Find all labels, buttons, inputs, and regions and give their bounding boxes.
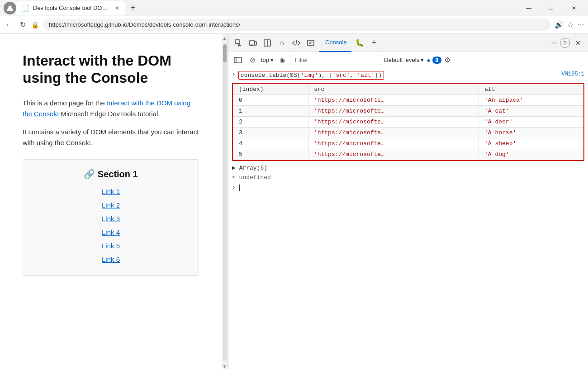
section-link-1[interactable]: Link 1 <box>32 185 190 199</box>
selector-fn: $$ <box>290 72 297 79</box>
comma: , <box>350 72 357 79</box>
console-tab-icon[interactable] <box>304 37 317 49</box>
table-row: 0'https://microsofte…'An alpaca' <box>233 95 583 106</box>
scroll-thumb[interactable] <box>223 44 227 62</box>
array-text: Array(6) <box>239 165 267 171</box>
cell-index-4: 4 <box>233 138 308 149</box>
scroll-track <box>223 44 227 360</box>
top-label: top <box>261 57 269 63</box>
browser-tab[interactable]: 📄 DevTools Console tool DOM inte ✕ <box>16 1 125 15</box>
console-toolbar: ⊘ top ▾ ◉ Default levels ▾ ● 8 ⚙ <box>228 52 588 68</box>
table-row: 5'https://microsofte…'A dog' <box>233 149 583 160</box>
cell-src-3: 'https://microsofte… <box>308 128 479 138</box>
tab-page-icon: 📄 <box>22 5 29 12</box>
svg-rect-11 <box>234 57 242 63</box>
filter-input[interactable] <box>291 55 381 65</box>
input-prompt: › <box>232 71 236 78</box>
code-icon[interactable] <box>290 37 303 49</box>
section-link-5[interactable]: Link 5 <box>32 239 190 253</box>
help-icon[interactable]: ? <box>560 38 570 48</box>
bug-icon[interactable]: 🐛 <box>353 37 366 49</box>
toggle-panel-icon[interactable] <box>261 37 274 49</box>
section-link-4[interactable]: Link 4 <box>32 226 190 239</box>
desc-text-1: This is a demo page for the <box>23 99 107 107</box>
clear-console-icon[interactable]: ⊘ <box>247 54 258 66</box>
tab-bar: 📄 DevTools Console tool DOM inte ✕ + <box>16 1 518 15</box>
console-table-wrapper: (index) src alt 0'https://microsofte…'An… <box>232 83 584 161</box>
maximize-button[interactable]: □ <box>541 1 562 15</box>
favorites-icon[interactable]: ☆ <box>567 20 574 29</box>
back-button[interactable]: ← <box>4 19 14 31</box>
scroll-divider: ▲ ▼ <box>222 34 228 369</box>
section-link-6[interactable]: Link 6 <box>32 253 190 266</box>
page-desc-2: It contains a variety of DOM elements th… <box>23 127 199 148</box>
log-levels-selector[interactable]: Default levels ▾ <box>384 57 424 63</box>
eye-icon[interactable]: ◉ <box>276 54 288 66</box>
console-input-entry: › console.table($$('img'), ['src', 'alt'… <box>228 70 588 81</box>
console-table: (index) src alt 0'https://microsofte…'An… <box>233 84 583 160</box>
close-devtools-icon[interactable]: ✕ <box>572 37 584 49</box>
cell-src-2: 'https://microsofte… <box>308 117 479 128</box>
message-count-area: ● 8 <box>427 57 441 64</box>
add-tool-icon[interactable]: + <box>368 37 380 49</box>
fn-name: console.table( <box>241 72 290 79</box>
console-code-line: console.table($$('img'), ['src', 'alt']) <box>238 71 384 80</box>
cell-index-2: 2 <box>233 117 308 128</box>
message-count-badge: 8 <box>432 57 442 64</box>
devtools-panel: ⌂ Console 🐛 + <box>228 34 588 369</box>
cell-alt-4: 'A sheep' <box>479 138 583 149</box>
device-toolbar-icon[interactable] <box>247 37 259 49</box>
sidebar-toggle-icon[interactable] <box>232 54 244 66</box>
table-row: 3'https://microsofte…'A horse' <box>233 128 583 138</box>
undefined-text: < undefined <box>232 174 271 181</box>
devtools-toolbar: ⌂ Console 🐛 + <box>228 34 588 52</box>
array-expand-line[interactable]: ▶ Array(6) <box>228 163 588 173</box>
context-selector[interactable]: top ▾ <box>261 57 274 63</box>
cell-index-0: 0 <box>233 95 308 106</box>
svg-rect-8 <box>308 40 314 46</box>
address-bar: ← ↻ 🔒 🔊 ☆ ⋯ <box>0 16 588 34</box>
table-row: 4'https://microsofte…'A sheep' <box>233 138 583 149</box>
console-tab[interactable]: Console <box>319 34 351 52</box>
tab-title: DevTools Console tool DOM inte <box>33 5 109 11</box>
lock-icon: 🔒 <box>31 21 39 28</box>
settings-icon[interactable]: ⚙ <box>444 56 450 64</box>
table-header-alt: alt <box>479 84 583 95</box>
section-link-3[interactable]: Link 3 <box>32 212 190 226</box>
webpage-content: Interact with the DOM using the Console … <box>0 34 222 369</box>
console-input-line[interactable]: › <box>228 182 588 193</box>
cell-alt-2: 'A deer' <box>479 117 583 128</box>
cell-src-0: 'https://microsofte… <box>308 95 479 106</box>
console-output: › console.table($$('img'), ['src', 'alt'… <box>228 68 588 369</box>
minimize-button[interactable]: — <box>518 1 539 15</box>
console-tab-label: Console <box>325 39 347 46</box>
scroll-up-arrow[interactable]: ▲ <box>223 36 227 41</box>
inspect-element-icon[interactable] <box>232 37 245 49</box>
title-bar-left <box>4 2 16 14</box>
cell-alt-5: 'A dog' <box>479 149 583 160</box>
context-dropdown-arrow: ▾ <box>270 57 274 63</box>
new-tab-button[interactable]: + <box>128 3 138 13</box>
read-aloud-icon[interactable]: 🔊 <box>555 20 564 29</box>
close-button[interactable]: ✕ <box>564 1 584 15</box>
section-link-2[interactable]: Link 2 <box>32 199 190 212</box>
alt-str: 'alt' <box>357 72 375 79</box>
more-icon[interactable]: ⋯ <box>577 20 584 29</box>
home-icon[interactable]: ⌂ <box>275 37 288 49</box>
refresh-button[interactable]: ↻ <box>18 19 28 31</box>
close-bracket: ]) <box>375 72 382 79</box>
main-area: Interact with the DOM using the Console … <box>0 34 588 369</box>
levels-arrow: ▾ <box>421 57 424 63</box>
address-input[interactable] <box>43 19 551 31</box>
scroll-down-arrow[interactable]: ▼ <box>223 364 227 369</box>
more-tools-button[interactable]: ⋯ <box>551 38 558 47</box>
undefined-line: < undefined <box>228 173 588 182</box>
cell-src-4: 'https://microsofte… <box>308 138 479 149</box>
img-str: 'img' <box>300 72 318 79</box>
page-heading: Interact with the DOM using the Console <box>23 52 199 87</box>
svg-rect-1 <box>235 40 240 43</box>
new-input-prompt: › <box>232 184 236 191</box>
tab-close-button[interactable]: ✕ <box>115 5 119 11</box>
close-paren: ), [ <box>318 72 332 79</box>
cell-alt-1: 'A cat' <box>479 106 583 117</box>
